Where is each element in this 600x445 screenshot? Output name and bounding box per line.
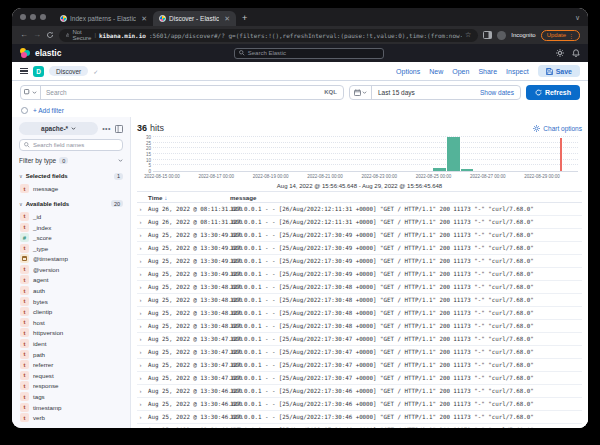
field-item-path[interactable]: tpath bbox=[19, 349, 123, 360]
kql-search-input[interactable]: Search KQL bbox=[20, 85, 344, 100]
field-item-request[interactable]: trequest bbox=[19, 370, 123, 381]
add-filter-button[interactable]: + Add filter bbox=[33, 107, 64, 114]
collapse-sidebar-icon[interactable] bbox=[115, 125, 123, 133]
tab-close-icon[interactable]: ✕ bbox=[224, 15, 230, 23]
field-item-type[interactable]: t_type bbox=[19, 243, 123, 254]
table-row[interactable]: ›Aug 25, 2022 @ 13:30:49.000127.0.0.1 - … bbox=[137, 242, 582, 255]
expand-row-icon[interactable]: › bbox=[137, 401, 144, 407]
breadcrumb-check-icon[interactable]: ✓ bbox=[93, 68, 98, 75]
histogram-bar[interactable] bbox=[433, 168, 446, 171]
side-panel-icon[interactable] bbox=[483, 31, 492, 39]
tab-search-chevron-icon[interactable]: ∨ bbox=[575, 14, 580, 26]
field-search-input[interactable]: Search field names bbox=[19, 139, 123, 151]
expand-row-icon[interactable]: › bbox=[137, 297, 144, 303]
breadcrumb[interactable]: Discover bbox=[49, 66, 88, 76]
expand-row-icon[interactable]: › bbox=[137, 349, 144, 355]
chart-options-button[interactable]: Chart options bbox=[533, 125, 582, 132]
new-tab-button[interactable]: + bbox=[242, 13, 247, 23]
window-minimize-button[interactable] bbox=[30, 14, 36, 20]
menu-hamburger-icon[interactable] bbox=[20, 68, 28, 75]
tab-discover[interactable]: Discover - Elastic ✕ bbox=[153, 11, 236, 26]
window-close-button[interactable] bbox=[20, 14, 26, 20]
kql-toggle[interactable]: KQL bbox=[324, 89, 343, 95]
expand-row-icon[interactable]: › bbox=[137, 271, 144, 277]
field-item-response[interactable]: tresponse bbox=[19, 381, 123, 392]
calendar-menu-button[interactable] bbox=[350, 86, 372, 99]
field-item-timestamp[interactable]: ttimestamp bbox=[19, 402, 123, 413]
date-picker[interactable]: Last 15 days Show dates bbox=[349, 85, 521, 100]
field-item-score[interactable]: #_score bbox=[19, 232, 123, 243]
global-search-input[interactable]: Search Elastic bbox=[234, 48, 384, 59]
time-column-header[interactable]: Time ↓ bbox=[148, 194, 226, 201]
expand-row-icon[interactable]: › bbox=[137, 310, 144, 316]
histogram-chart[interactable]: 051015202530 bbox=[153, 138, 578, 172]
tab-close-icon[interactable]: ✕ bbox=[141, 15, 147, 23]
field-item-tags[interactable]: ttags bbox=[19, 391, 123, 402]
selected-fields-header[interactable]: ∨ Selected fields 1 bbox=[19, 173, 123, 180]
field-item-referrer[interactable]: treferrer bbox=[19, 359, 123, 370]
expand-row-icon[interactable]: › bbox=[137, 362, 144, 368]
data-view-picker[interactable]: apache-* bbox=[19, 122, 98, 135]
histogram-bar[interactable] bbox=[461, 169, 474, 171]
histogram-plot[interactable]: 051015202530 bbox=[153, 138, 578, 172]
share-button[interactable]: Share bbox=[478, 68, 497, 75]
chrome-update-button[interactable]: Update⋮ bbox=[541, 30, 580, 41]
field-options-button[interactable]: ••• bbox=[102, 125, 111, 132]
table-row[interactable]: ›Aug 25, 2022 @ 13:30:47.000127.0.0.1 - … bbox=[137, 372, 582, 385]
table-row[interactable]: ›Aug 25, 2022 @ 13:30:47.000127.0.0.1 - … bbox=[137, 333, 582, 346]
doc-table-body[interactable]: ›Aug 26, 2022 @ 08:11:31.000127.0.0.1 - … bbox=[137, 203, 582, 428]
table-row[interactable]: ›Aug 25, 2022 @ 13:30:48.000127.0.0.1 - … bbox=[137, 294, 582, 307]
expand-row-icon[interactable]: › bbox=[137, 258, 144, 264]
field-item-message[interactable]: tmessage bbox=[19, 184, 123, 195]
table-row[interactable]: ›Aug 25, 2022 @ 13:30:49.000127.0.0.1 - … bbox=[137, 268, 582, 281]
expand-row-icon[interactable]: › bbox=[137, 219, 144, 225]
elastic-logo-icon[interactable] bbox=[20, 48, 30, 58]
expand-row-icon[interactable]: › bbox=[137, 427, 144, 428]
expand-row-icon[interactable]: › bbox=[137, 388, 144, 394]
expand-row-icon[interactable]: › bbox=[137, 414, 144, 420]
field-item-bytes[interactable]: tbytes bbox=[19, 296, 123, 307]
field-item-httpversion[interactable]: thttpversion bbox=[19, 328, 123, 339]
window-zoom-button[interactable] bbox=[40, 14, 46, 20]
tab-index-patterns[interactable]: Index patterns - Elastic ✕ bbox=[54, 11, 153, 26]
expand-row-icon[interactable]: › bbox=[137, 375, 144, 381]
expand-row-icon[interactable]: › bbox=[137, 336, 144, 342]
table-row[interactable]: ›Aug 25, 2022 @ 13:30:46.000127.0.0.1 - … bbox=[137, 385, 582, 398]
table-row[interactable]: ›Aug 25, 2022 @ 13:30:48.000127.0.0.1 - … bbox=[137, 281, 582, 294]
field-item-verb[interactable]: tverb bbox=[19, 412, 123, 423]
saved-query-menu-button[interactable] bbox=[21, 86, 41, 99]
space-avatar[interactable]: D bbox=[33, 66, 44, 77]
bookmark-star-icon[interactable]: ☆ bbox=[465, 31, 471, 39]
field-item-version[interactable]: t@version bbox=[19, 264, 123, 275]
message-column-header[interactable]: message bbox=[230, 194, 257, 201]
address-bar[interactable]: Not Secure | kibana.min.io :5601/app/dis… bbox=[59, 29, 478, 42]
histogram-bar[interactable] bbox=[447, 137, 460, 171]
filter-icon[interactable] bbox=[21, 107, 28, 114]
table-row[interactable]: ›Aug 25, 2022 @ 13:30:49.000127.0.0.1 - … bbox=[137, 255, 582, 268]
field-item-auth[interactable]: tauth bbox=[19, 285, 123, 296]
back-button[interactable]: ← bbox=[20, 31, 28, 39]
field-item-agent[interactable]: tagent bbox=[19, 275, 123, 286]
sort-descending-icon[interactable]: ↓ bbox=[164, 194, 167, 201]
available-fields-header[interactable]: ∨ Available fields 20 bbox=[19, 200, 123, 207]
expand-row-icon[interactable]: › bbox=[137, 323, 144, 329]
field-item-index[interactable]: t_index bbox=[19, 222, 123, 233]
expand-row-icon[interactable]: › bbox=[137, 284, 144, 290]
expand-row-icon[interactable]: › bbox=[137, 245, 144, 251]
field-item-id[interactable]: t_id bbox=[19, 211, 123, 222]
filter-by-type-button[interactable]: Filter by type 0 bbox=[19, 155, 123, 167]
options-button[interactable]: Options bbox=[396, 68, 420, 75]
alerts-bell-icon[interactable] bbox=[572, 49, 580, 57]
time-range-value[interactable]: Last 15 days bbox=[372, 89, 480, 96]
expand-row-icon[interactable]: › bbox=[137, 232, 144, 238]
forward-button[interactable]: → bbox=[33, 31, 41, 39]
table-row[interactable]: ›Aug 26, 2022 @ 08:11:31.000127.0.0.1 - … bbox=[137, 203, 582, 216]
table-row[interactable]: ›Aug 25, 2022 @ 13:30:46.000127.0.0.1 - … bbox=[137, 424, 582, 428]
table-row[interactable]: ›Aug 25, 2022 @ 13:30:46.000127.0.0.1 - … bbox=[137, 411, 582, 424]
save-button[interactable]: Save bbox=[538, 65, 580, 77]
show-dates-button[interactable]: Show dates bbox=[480, 89, 520, 96]
table-row[interactable]: ›Aug 25, 2022 @ 13:30:49.000127.0.0.1 - … bbox=[137, 229, 582, 242]
field-item-clientip[interactable]: tclientip bbox=[19, 306, 123, 317]
expand-row-icon[interactable]: › bbox=[137, 206, 144, 212]
table-row[interactable]: ›Aug 25, 2022 @ 13:30:48.000127.0.0.1 - … bbox=[137, 307, 582, 320]
